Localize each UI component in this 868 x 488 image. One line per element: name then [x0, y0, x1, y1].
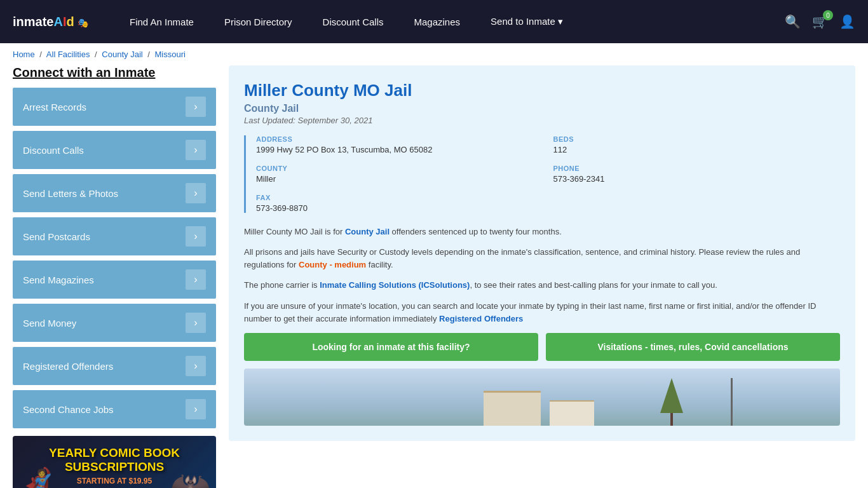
chevron-right-icon-4: ›: [186, 226, 206, 247]
breadcrumb-missouri[interactable]: Missouri: [155, 50, 186, 59]
nav-find-inmate[interactable]: Find An Inmate: [114, 0, 209, 43]
chevron-right-icon-7: ›: [186, 356, 206, 376]
sidebar-label-magazines: Send Magazines: [23, 274, 94, 285]
breadcrumb-sep-1: /: [39, 50, 42, 59]
chevron-right-icon-8: ›: [186, 399, 206, 419]
ics-link[interactable]: Inmate Calling Solutions (ICSolutions): [320, 280, 470, 290]
main-container: Connect with an Inmate Arrest Records › …: [0, 65, 868, 488]
sidebar-title: Connect with an Inmate: [13, 65, 216, 80]
sidebar-label-jobs: Second Chance Jobs: [23, 404, 114, 415]
photo-tree-trunk: [670, 384, 673, 426]
sidebar-btn-magazines[interactable]: Send Magazines ›: [13, 261, 216, 299]
fax-block: FAX 573-369-8870: [256, 194, 543, 213]
ad-subtitle: STARTING AT $19.95: [77, 477, 152, 485]
address-value: 1999 Hwy 52 PO Box 13, Tuscumba, MO 6508…: [256, 145, 543, 154]
photo-pole: [731, 378, 733, 426]
county-value: Miller: [256, 174, 543, 184]
sidebar-label-discount: Discount Calls: [23, 145, 84, 156]
sidebar-label-money: Send Money: [23, 318, 76, 329]
facility-updated: Last Updated: September 30, 2021: [244, 116, 840, 125]
registered-offenders-link[interactable]: Registered Offenders: [439, 314, 523, 323]
sidebar-label-postcards: Send Postcards: [23, 231, 90, 242]
sidebar-btn-discount-calls[interactable]: Discount Calls ›: [13, 131, 216, 169]
main-nav: Find An Inmate Prison Directory Discount…: [114, 0, 785, 43]
ad-title: YEARLY COMIC BOOK SUBSCRIPTIONS: [23, 446, 206, 474]
header-icons: 🔍 🛒 0 👤: [785, 14, 855, 29]
county-medium-link[interactable]: County - medium: [299, 260, 366, 269]
breadcrumb-all-facilities[interactable]: All Facilities: [46, 50, 90, 59]
looking-inmate-button[interactable]: Looking for an inmate at this facility?: [244, 333, 538, 361]
address-block: ADDRESS 1999 Hwy 52 PO Box 13, Tuscumba,…: [256, 135, 543, 154]
logo-text: inmateAId 🎭: [13, 15, 88, 29]
nav-prison-directory[interactable]: Prison Directory: [209, 0, 308, 43]
nav-magazines[interactable]: Magazines: [398, 0, 475, 43]
phone-value: 573-369-2341: [553, 174, 841, 184]
desc-para-4: If you are unsure of your inmate's locat…: [244, 300, 840, 325]
user-button[interactable]: 👤: [839, 14, 855, 29]
beds-block: BEDS 112: [553, 135, 841, 154]
facility-type: County Jail: [244, 103, 840, 114]
sidebar-btn-money[interactable]: Send Money ›: [13, 304, 216, 342]
facility-name: Miller County MO Jail: [244, 81, 840, 100]
photo-building: [484, 391, 541, 426]
chevron-right-icon-5: ›: [186, 269, 206, 290]
sidebar-btn-jobs[interactable]: Second Chance Jobs ›: [13, 390, 216, 428]
county-jail-link[interactable]: County Jail: [345, 227, 390, 236]
visitations-button[interactable]: Visitations - times, rules, Covid cancel…: [546, 333, 840, 361]
sidebar-btn-postcards[interactable]: Send Postcards ›: [13, 217, 216, 255]
cart-badge: 0: [823, 10, 833, 20]
facility-photo: [244, 369, 840, 426]
sidebar-label-offenders: Registered Offenders: [23, 361, 113, 372]
sidebar-label-arrest: Arrest Records: [23, 102, 86, 112]
photo-building-2: [550, 400, 594, 426]
action-buttons: Looking for an inmate at this facility? …: [244, 333, 840, 361]
description-section: Miller County MO Jail is for County Jail…: [244, 226, 840, 325]
county-label: COUNTY: [256, 165, 543, 172]
photo-tree-foliage: [660, 378, 683, 413]
facility-content: Miller County MO Jail County Jail Last U…: [229, 65, 855, 441]
breadcrumb: Home / All Facilities / County Jail / Mi…: [0, 43, 868, 65]
sidebar-btn-offenders[interactable]: Registered Offenders ›: [13, 347, 216, 385]
ad-banner[interactable]: 🦸 🦇 YEARLY COMIC BOOK SUBSCRIPTIONS STAR…: [13, 436, 216, 488]
beds-label: BEDS: [553, 135, 841, 143]
chevron-right-icon-1: ›: [186, 97, 206, 117]
desc-para-3: The phone carrier is Inmate Calling Solu…: [244, 279, 840, 292]
cart-button[interactable]: 🛒 0: [812, 14, 828, 29]
breadcrumb-county-jail[interactable]: County Jail: [102, 50, 142, 59]
chevron-right-icon-2: ›: [186, 140, 206, 160]
logo[interactable]: inmateAId 🎭: [13, 15, 102, 29]
fax-label: FAX: [256, 194, 543, 201]
sidebar-label-letters: Send Letters & Photos: [23, 188, 118, 199]
sidebar-btn-send-letters[interactable]: Send Letters & Photos ›: [13, 174, 216, 212]
desc-para-2: All prisons and jails have Security or C…: [244, 246, 840, 271]
phone-label: PHONE: [553, 165, 841, 172]
phone-block: PHONE 573-369-2341: [553, 165, 841, 184]
beds-value: 112: [553, 145, 841, 154]
chevron-right-icon-3: ›: [186, 183, 206, 203]
county-block: COUNTY Miller: [256, 165, 543, 184]
breadcrumb-home[interactable]: Home: [13, 50, 35, 59]
nav-send-to-inmate[interactable]: Send to Inmate ▾: [475, 0, 578, 43]
site-header: inmateAId 🎭 Find An Inmate Prison Direct…: [0, 0, 868, 43]
chevron-right-icon-6: ›: [186, 313, 206, 333]
search-button[interactable]: 🔍: [785, 14, 801, 29]
breadcrumb-sep-2: /: [95, 50, 97, 59]
sidebar: Connect with an Inmate Arrest Records › …: [13, 65, 216, 488]
address-label: ADDRESS: [256, 135, 543, 143]
breadcrumb-sep-3: /: [147, 50, 150, 59]
fax-value: 573-369-8870: [256, 203, 543, 213]
sidebar-btn-arrest-records[interactable]: Arrest Records ›: [13, 88, 216, 126]
nav-discount-calls[interactable]: Discount Calls: [308, 0, 399, 43]
info-grid: ADDRESS 1999 Hwy 52 PO Box 13, Tuscumba,…: [244, 135, 840, 213]
desc-para-1: Miller County MO Jail is for County Jail…: [244, 226, 840, 238]
